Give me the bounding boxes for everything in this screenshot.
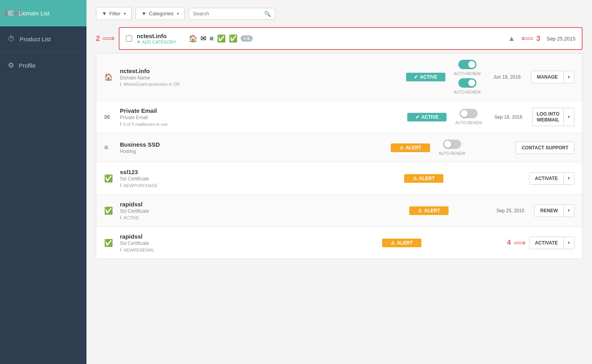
status-badge: ✔ ACTIVE (407, 113, 447, 121)
product-type: Ssl Certificate (120, 241, 376, 246)
autorenew-area: AUTO-RENEW (436, 140, 468, 156)
toggle-knob (468, 61, 475, 68)
filter-label: Filter (109, 11, 121, 17)
search-input[interactable] (193, 11, 262, 17)
manage-button[interactable]: MANAGE (531, 71, 563, 83)
product-name: rapidssl (120, 201, 403, 208)
sidebar-item-profile[interactable]: ⚙ Profile (0, 52, 86, 79)
check-icon: ✔ (414, 74, 418, 80)
info-icon: ℹ (120, 247, 121, 252)
product-date: Sep 25, 2015 (493, 208, 528, 213)
action-btn-group: CONTACT SUPPORT (516, 142, 574, 154)
autorenew-toggle[interactable] (443, 140, 461, 149)
domain-header-wrapper: 2 ⟹ nctest.info ⊕ ADD CATEGORY 🏠 ✉ ≡ ✅ ✅… (96, 27, 583, 50)
annotation-4: 4 (507, 239, 511, 247)
status-badge: ⚠ ALERT (391, 143, 430, 152)
filter-icon: ▼ (102, 11, 107, 17)
activate2-dropdown-button[interactable]: ▾ (563, 237, 574, 249)
annotation-4-arrow: ⟹ (513, 238, 526, 248)
plus-icon: ⊕ (137, 39, 140, 44)
alert-icon: ⚠ (418, 208, 422, 213)
info-icon: ℹ (120, 121, 121, 127)
product-type: Ssl Certificate (120, 176, 398, 182)
product-meta-text: 5 of 5 mailboxes in use. (123, 122, 169, 127)
annotation-2-arrow: ⟹ (102, 33, 115, 44)
product-date: Jun 19, 2016 (489, 74, 525, 80)
rapidssl-icon: ✅ (104, 206, 114, 215)
categories-caret: ▾ (177, 11, 179, 16)
domain-checkbox[interactable] (126, 35, 132, 42)
product-meta-text: ACTIVE (123, 215, 139, 220)
activate-dropdown-button[interactable]: ▾ (563, 173, 574, 184)
product-name: Business SSD (120, 141, 384, 148)
activate-button[interactable]: ACTIVATE (529, 173, 563, 184)
main-content: ▼ Filter ▾ ▼ Categories ▾ 🔍 2 ⟹ nctest.i… (86, 0, 592, 364)
table-row: ✅ rapidssl Ssl Certificate ℹ ACTIVE ⚠ AL… (96, 195, 582, 227)
annotation-3-wrapper: ⟸ 3 (521, 33, 540, 44)
domain-header-icons: 🏠 ✉ ≡ ✅ ✅ + 6 (189, 34, 253, 43)
action-btn-group: ACTIVATE ▾ (529, 172, 574, 185)
categories-button[interactable]: ▼ Categories ▾ (136, 7, 185, 20)
product-meta: ℹ NEWRENEWAL (120, 247, 376, 252)
product-date: Sep 16, 2016 (491, 114, 526, 120)
status-label: ALERT (424, 208, 440, 213)
product-meta-text: NEWRENEWAL (123, 248, 155, 252)
action-btn-group: ACTIVATE ▾ (529, 237, 574, 249)
annotation-2: 2 (96, 35, 100, 43)
product-type: Ssl Certificate (120, 208, 403, 214)
filter-button[interactable]: ▼ Filter ▾ (96, 7, 132, 20)
action-with-annotation: 4 ⟹ ACTIVATE ▾ (507, 237, 574, 249)
annotation-4-wrapper: 4 ⟹ (507, 238, 526, 248)
check2-icon: ✅ (229, 34, 237, 43)
renew-button[interactable]: RENEW (535, 205, 563, 217)
contact-support-button[interactable]: CONTACT SUPPORT (516, 142, 574, 154)
action-btn-group: RENEW ▾ (534, 204, 574, 217)
speedometer-icon: ⏱ (8, 35, 15, 43)
product-info: rapidssl Ssl Certificate ℹ NEWRENEWAL (120, 233, 376, 252)
filter-caret: ▾ (124, 11, 126, 16)
webmail-dropdown-button[interactable]: ▾ (563, 108, 574, 126)
product-type: Domain Name (120, 75, 400, 81)
status-badge: ⚠ ALERT (382, 239, 421, 247)
autorenew-toggle-2[interactable] (458, 78, 476, 88)
action-btn-group: MANAGE ▾ (531, 71, 574, 83)
activate-button-2[interactable]: ACTIVATE (529, 237, 563, 249)
domain-header-right: ▲ ⟸ 3 Sep 25,2015 (508, 33, 575, 44)
home-icon: 🏠 (189, 34, 197, 43)
hosting-icon: ≡ (210, 35, 214, 43)
product-info: rapidssl Ssl Certificate ℹ ACTIVE (120, 201, 403, 220)
product-meta-text: WhoisGuard protection is ON (123, 82, 180, 86)
status-label: ACTIVE (421, 114, 439, 120)
domain-header-name: nctest.info (137, 33, 176, 39)
product-name: nctest.info (120, 68, 400, 74)
autorenew-label-2: AUTO-RENEW (454, 90, 481, 94)
search-box: 🔍 (189, 8, 275, 20)
ssl-icon: ✅ (104, 174, 114, 183)
sidebar-item-label: Domain List (18, 10, 50, 17)
toggle-knob (461, 110, 468, 117)
alert-icon: ⚠ (413, 176, 417, 181)
autorenew-area: AUTO-RENEW AUTO-RENEW (452, 60, 483, 94)
log-into-webmail-button[interactable]: LOG INTOWEBMAIL (533, 108, 563, 126)
product-name: rapidssl (120, 233, 376, 240)
product-type: Hosting (120, 149, 384, 154)
autorenew-toggle[interactable] (460, 109, 478, 118)
search-icon: 🔍 (264, 11, 271, 17)
sidebar-item-product-list[interactable]: ⏱ Product List (0, 26, 86, 52)
annotation-3: 3 (536, 35, 540, 43)
domain-name-group: nctest.info ⊕ ADD CATEGORY (137, 33, 176, 44)
sidebar: ⊞ Domain List ⏱ Product List ⚙ Profile (0, 0, 86, 364)
manage-dropdown-button[interactable]: ▾ (563, 71, 574, 83)
autorenew-toggle-1[interactable] (458, 60, 476, 69)
status-badge: ⚠ ALERT (409, 206, 449, 215)
sidebar-item-domain-list[interactable]: ⊞ Domain List (0, 0, 86, 26)
renew-dropdown-button[interactable]: ▾ (563, 205, 574, 217)
product-info: Private Email Private Email ℹ 5 of 5 mai… (120, 107, 401, 127)
autorenew-area: AUTO-RENEW (453, 109, 484, 125)
add-category-btn[interactable]: ⊕ ADD CATEGORY (137, 39, 176, 44)
gear-icon: ⚙ (8, 61, 14, 70)
collapse-button[interactable]: ▲ (508, 35, 515, 43)
email-icon: ✉ (200, 34, 206, 43)
domain-header: nctest.info ⊕ ADD CATEGORY 🏠 ✉ ≡ ✅ ✅ + 6… (119, 27, 583, 50)
product-meta: ℹ WhoisGuard protection is ON (120, 82, 400, 87)
